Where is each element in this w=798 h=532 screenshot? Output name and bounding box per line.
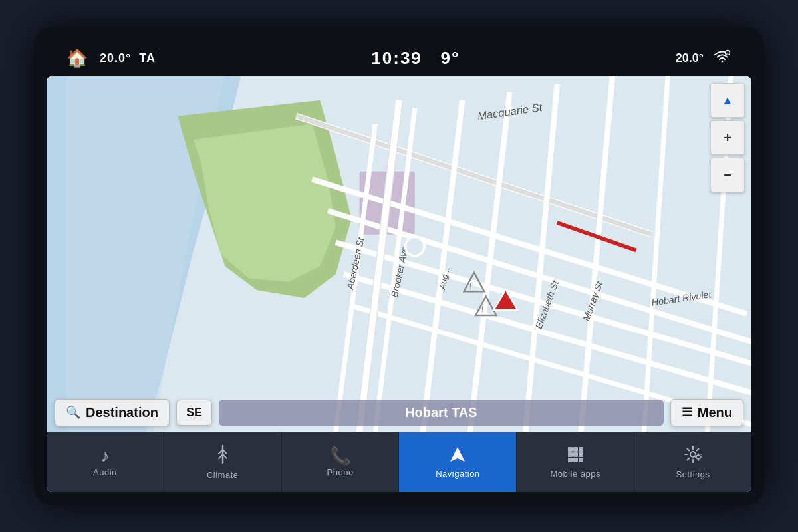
map-container: Macquarie St Hobart Rivulet Murray St El… bbox=[47, 76, 751, 432]
svg-rect-30 bbox=[579, 452, 583, 457]
zoom-out-icon: − bbox=[724, 168, 732, 183]
nav-item-settings[interactable]: Settings bbox=[634, 432, 751, 492]
svg-rect-25 bbox=[568, 447, 573, 452]
status-left: 🏠 20.0° TA bbox=[66, 48, 156, 68]
svg-rect-32 bbox=[573, 458, 578, 462]
svg-rect-29 bbox=[573, 452, 578, 457]
location-display: Hobart TAS bbox=[219, 400, 664, 426]
search-icon: 🔍 bbox=[66, 405, 80, 420]
svg-text:!: ! bbox=[469, 282, 471, 291]
nav-item-phone[interactable]: 📞 Phone bbox=[282, 432, 400, 492]
svg-rect-28 bbox=[568, 452, 573, 457]
climate-label: Climate bbox=[207, 470, 239, 480]
nav-item-navigation[interactable]: Navigation bbox=[399, 432, 517, 492]
phone-icon: 📞 bbox=[330, 447, 351, 464]
audio-icon: ♪ bbox=[100, 447, 109, 464]
nav-item-mobile-apps[interactable]: Mobile apps bbox=[517, 432, 634, 492]
temp-outside: 9° bbox=[441, 48, 460, 68]
compass-icon: ▲ bbox=[722, 94, 733, 108]
wifi-icon: i bbox=[713, 49, 732, 67]
nav-bar: ♪ Audio Climate 📞 Ph bbox=[47, 432, 751, 492]
svg-rect-31 bbox=[568, 458, 573, 462]
map-bottom-bar: 🔍 Destination SE Hobart TAS ☰ Menu bbox=[47, 392, 751, 432]
svg-rect-26 bbox=[573, 447, 578, 452]
settings-label: Settings bbox=[676, 469, 710, 479]
compass-button[interactable]: ▲ bbox=[710, 83, 745, 118]
temp-right-value: 20.0° bbox=[676, 51, 704, 65]
audio-label: Audio bbox=[93, 467, 117, 477]
zoom-out-button[interactable]: − bbox=[710, 158, 745, 192]
svg-marker-24 bbox=[450, 447, 465, 462]
status-right: 20.0° i bbox=[676, 49, 732, 67]
mobile-apps-label: Mobile apps bbox=[550, 469, 600, 479]
svg-text:!: ! bbox=[481, 305, 483, 314]
navigation-icon bbox=[449, 446, 466, 466]
map-area[interactable]: Macquarie St Hobart Rivulet Murray St El… bbox=[47, 76, 751, 432]
status-bar: 🏠 20.0° TA 10:39 9° 20.0° i bbox=[47, 40, 751, 76]
temp-left: 20.0° TA bbox=[100, 51, 156, 65]
menu-lines-icon: ☰ bbox=[682, 405, 692, 420]
zoom-in-button[interactable]: + bbox=[710, 120, 745, 155]
screen-area: Macquarie St Hobart Rivulet Murray St El… bbox=[47, 76, 751, 492]
navigation-label: Navigation bbox=[436, 469, 479, 479]
temp-left-value: 20.0° bbox=[100, 51, 131, 65]
map-controls: ▲ + − bbox=[710, 83, 745, 192]
nav-item-climate[interactable]: Climate bbox=[164, 432, 282, 492]
direction-value: SE bbox=[186, 406, 202, 419]
ta-label: TA bbox=[139, 51, 156, 65]
settings-icon bbox=[684, 445, 702, 466]
menu-button[interactable]: ☰ Menu bbox=[670, 399, 743, 426]
status-time: 10:39 9° bbox=[371, 48, 460, 68]
home-icon[interactable]: 🏠 bbox=[66, 48, 88, 68]
svg-rect-33 bbox=[579, 458, 583, 462]
destination-button[interactable]: 🔍 Destination bbox=[55, 399, 170, 426]
nav-item-audio[interactable]: ♪ Audio bbox=[47, 432, 164, 492]
car-infotainment-frame: 🏠 20.0° TA 10:39 9° 20.0° i bbox=[33, 27, 765, 505]
map-svg: Macquarie St Hobart Rivulet Murray St El… bbox=[47, 76, 751, 432]
mobile-apps-icon bbox=[567, 446, 584, 466]
svg-point-34 bbox=[690, 452, 696, 457]
time-display: 10:39 bbox=[371, 48, 422, 68]
svg-rect-27 bbox=[579, 447, 583, 452]
climate-icon bbox=[214, 444, 231, 467]
destination-label: Destination bbox=[86, 405, 158, 420]
zoom-in-icon: + bbox=[724, 130, 732, 146]
phone-label: Phone bbox=[327, 467, 354, 477]
location-label: Hobart TAS bbox=[405, 405, 477, 420]
svg-point-18 bbox=[406, 237, 425, 256]
direction-badge: SE bbox=[176, 400, 212, 426]
menu-label: Menu bbox=[698, 405, 732, 420]
